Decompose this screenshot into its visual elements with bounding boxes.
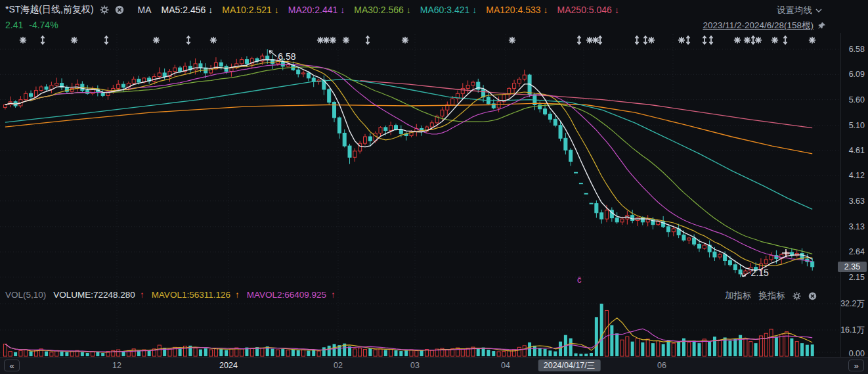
candle-body	[523, 75, 526, 79]
volume-bar	[718, 340, 722, 356]
event-star-icon[interactable]	[330, 37, 336, 43]
volume-bar	[281, 349, 284, 356]
candle-body	[34, 91, 37, 97]
volume-bar	[517, 347, 521, 356]
stock-chart-app: 6.582.15ĉ *ST海越(日线,前复权) MA MA5:2.456↓MA1…	[0, 0, 868, 374]
candle-body	[744, 271, 747, 274]
event-updown-icon[interactable]	[41, 36, 44, 44]
candle-body	[430, 123, 433, 127]
volume-bar	[328, 346, 331, 356]
ma-trend-arrow: ↓	[615, 5, 619, 15]
event-updown-icon[interactable]	[703, 36, 706, 44]
candle-body	[605, 210, 609, 219]
event-updown-icon[interactable]	[635, 36, 638, 44]
event-star-icon[interactable]	[756, 37, 762, 43]
volume-bar	[657, 340, 660, 356]
scroll-left-button[interactable]: «	[4, 360, 20, 371]
volume-bar	[219, 349, 223, 356]
event-star-icon[interactable]	[745, 37, 750, 43]
volume-bar	[364, 350, 367, 356]
header-row: *ST海越(日线,前复权) MA MA5:2.456↓MA10:2.521↓MA…	[5, 4, 619, 16]
event-char-marker[interactable]: ĉ	[577, 275, 582, 285]
candle-body	[682, 235, 685, 240]
switch-indicator-button[interactable]: 换指标	[759, 290, 786, 302]
kline-chart-canvas[interactable]: 6.582.15ĉ	[0, 0, 868, 374]
event-star-icon[interactable]	[587, 37, 593, 43]
event-updown-icon[interactable]	[643, 36, 647, 44]
event-star-icon[interactable]	[20, 37, 26, 43]
volume-bar	[533, 346, 536, 356]
candle-body	[441, 110, 444, 116]
candle-body	[245, 60, 248, 64]
ma-trend-arrow: ↓	[544, 5, 548, 15]
event-star-icon[interactable]	[324, 37, 330, 43]
event-star-icon[interactable]	[810, 37, 815, 43]
volume-bar	[204, 348, 207, 356]
event-updown-icon[interactable]	[783, 36, 787, 44]
candle-body	[466, 85, 469, 89]
pin-icon[interactable]	[817, 22, 826, 30]
volume-bar	[626, 337, 629, 356]
event-updown-icon[interactable]	[686, 36, 689, 44]
add-indicator-button[interactable]: 加指标	[725, 290, 752, 302]
event-updown-icon[interactable]	[751, 36, 754, 44]
ma-settings-button[interactable]: 设置均线	[777, 5, 822, 16]
event-star-icon[interactable]	[154, 37, 160, 43]
event-updown-icon[interactable]	[366, 36, 369, 44]
volume-bar	[317, 351, 320, 356]
volume-bar	[415, 351, 418, 356]
volume-bar	[34, 350, 37, 356]
volume-bar	[811, 344, 814, 356]
volume-bar	[297, 350, 300, 356]
price-axis-label: 5.10	[849, 122, 865, 129]
event-star-icon[interactable]	[735, 37, 741, 43]
volume-bar	[800, 343, 804, 356]
event-star-icon[interactable]	[679, 37, 685, 43]
price-axis-label: 6.58	[849, 45, 865, 53]
price-axis-label: 5.60	[849, 96, 865, 104]
event-star-icon[interactable]	[343, 37, 349, 43]
event-updown-icon[interactable]	[186, 36, 190, 44]
event-star-icon[interactable]	[72, 37, 77, 43]
volume-bar	[158, 345, 161, 356]
volume-axis-label: 32.2万	[840, 300, 865, 308]
selected-date-box: 2024/04/17/三	[538, 360, 601, 371]
candle-body	[553, 119, 557, 125]
volume-value: VOLUME:72248.280	[53, 290, 135, 300]
volume-bar	[271, 349, 274, 356]
date-range-link[interactable]: 2023/11/2-2024/6/28(158根)	[703, 20, 814, 32]
scroll-right-button[interactable]: »	[848, 360, 864, 371]
volume-bar	[523, 346, 526, 356]
event-updown-icon[interactable]	[709, 36, 712, 44]
candle-body	[3, 105, 7, 107]
event-star-icon[interactable]	[318, 37, 324, 43]
volume-bar	[538, 348, 542, 356]
close-icon[interactable]	[115, 5, 124, 14]
volume-bar	[96, 352, 99, 356]
event-star-icon[interactable]	[593, 37, 599, 43]
event-star-icon[interactable]	[510, 37, 515, 43]
event-updown-icon[interactable]	[104, 36, 108, 44]
volume-bar	[615, 333, 618, 356]
event-updown-icon[interactable]	[577, 36, 580, 44]
vol-close-icon[interactable]	[808, 292, 817, 300]
volume-bar	[353, 349, 357, 356]
volume-bar	[322, 347, 326, 356]
event-star-icon[interactable]	[402, 37, 408, 43]
vol-gear-icon[interactable]	[792, 292, 801, 300]
volume-bar	[410, 350, 413, 356]
ma-header-value: MA60:3.421	[420, 5, 470, 15]
gear-icon[interactable]	[100, 5, 109, 14]
volume-bar	[302, 350, 305, 356]
event-star-icon[interactable]	[772, 37, 778, 43]
ma-header-item: MA60:3.421↓	[420, 5, 477, 15]
candle-body	[297, 70, 300, 74]
volume-bar	[276, 350, 279, 356]
volume-bar	[399, 351, 402, 356]
event-star-icon[interactable]	[211, 37, 217, 43]
volume-bar	[553, 352, 557, 356]
candle-body	[137, 79, 141, 82]
event-star-icon[interactable]	[649, 37, 655, 43]
price-axis-label: 2.64	[849, 248, 865, 256]
volume-bar	[559, 342, 562, 356]
